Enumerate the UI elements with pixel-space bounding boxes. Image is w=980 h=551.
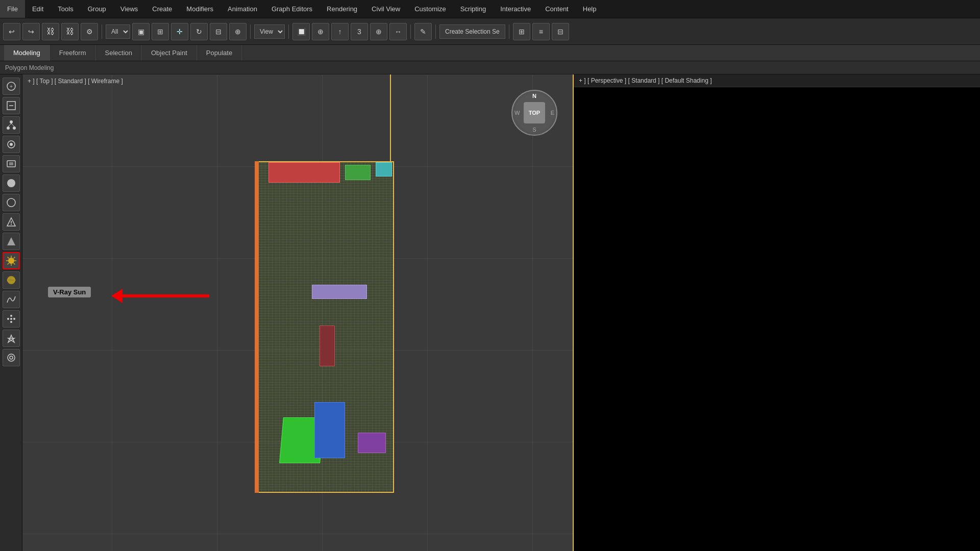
- breadcrumb: Polygon Modeling: [0, 61, 980, 74]
- subtab-selection[interactable]: Selection: [96, 45, 142, 61]
- left-sidebar: +: [0, 74, 22, 551]
- vray-sun-button[interactable]: [3, 252, 20, 269]
- compass-east: E: [551, 110, 554, 116]
- svg-point-17: [11, 224, 12, 225]
- svg-point-4: [10, 120, 13, 123]
- menu-create[interactable]: Create: [145, 0, 179, 18]
- spinner-snap-button[interactable]: 3: [351, 23, 368, 40]
- hierarchy-panel-button[interactable]: [3, 116, 20, 134]
- redo-button[interactable]: ↪: [22, 23, 40, 40]
- layer-btn3[interactable]: ⊟: [552, 23, 569, 40]
- main-layout: +: [0, 74, 980, 551]
- menu-animation[interactable]: Animation: [220, 0, 264, 18]
- menu-interactive[interactable]: Interactive: [493, 0, 538, 18]
- green-square-object: [345, 165, 371, 180]
- link-button[interactable]: ⛓: [42, 23, 59, 40]
- create-selection-button[interactable]: Create Selection Se: [439, 24, 505, 39]
- teal-square-object: [376, 162, 392, 177]
- top-viewport[interactable]: + ] [ Top ] [ Standard ] [ Wireframe ]: [22, 74, 573, 551]
- menu-tools[interactable]: Tools: [51, 0, 80, 18]
- mirror-button[interactable]: ↔: [389, 23, 407, 40]
- vray-sun-tooltip: V-Ray Sun: [48, 287, 91, 297]
- menu-help[interactable]: Help: [576, 0, 604, 18]
- purple-small-object: [358, 433, 386, 453]
- config-button[interactable]: [3, 349, 20, 366]
- svg-point-28: [7, 276, 15, 284]
- menu-file[interactable]: File: [0, 0, 25, 18]
- cone-button[interactable]: [3, 233, 20, 250]
- menu-rendering[interactable]: Rendering: [320, 0, 364, 18]
- utilities-panel-button[interactable]: [3, 174, 20, 192]
- filter-select[interactable]: All: [106, 24, 130, 39]
- svg-line-24: [7, 257, 9, 259]
- angle-snap-button[interactable]: ⊕: [312, 23, 329, 40]
- svg-point-31: [7, 318, 9, 320]
- display-panel-button[interactable]: [3, 155, 20, 172]
- helpers-button[interactable]: [3, 213, 20, 231]
- scale-btn[interactable]: ⊟: [210, 23, 227, 40]
- select-move-button[interactable]: ✛: [171, 23, 188, 40]
- menu-views[interactable]: Views: [113, 0, 145, 18]
- menu-scripting[interactable]: Scripting: [453, 0, 494, 18]
- blue-shape-object: [314, 402, 345, 458]
- svg-point-30: [10, 315, 12, 317]
- select-by-name[interactable]: ⊕: [229, 23, 247, 40]
- splines-button[interactable]: [3, 291, 20, 308]
- svg-line-27: [7, 263, 9, 265]
- subtab-freeform[interactable]: Freeform: [50, 45, 96, 61]
- compass-center: TOP: [524, 102, 545, 123]
- red-arrow: [112, 289, 209, 303]
- layer-btn2[interactable]: ≡: [532, 23, 550, 40]
- subtab-object-paint[interactable]: Object Paint: [142, 45, 197, 61]
- svg-point-5: [7, 127, 10, 130]
- subtab-modeling[interactable]: Modeling: [4, 45, 50, 61]
- systems-button[interactable]: [3, 330, 20, 347]
- undo-button[interactable]: ↩: [3, 23, 20, 40]
- breadcrumb-text: Polygon Modeling: [5, 64, 54, 71]
- percent-snap-button[interactable]: ↑: [331, 23, 349, 40]
- compass-south: S: [532, 127, 536, 133]
- sphere-button[interactable]: [3, 271, 20, 289]
- separator-4: [410, 24, 411, 39]
- svg-point-19: [8, 258, 14, 264]
- unlink-button[interactable]: ⛓: [61, 23, 79, 40]
- menu-civil-view[interactable]: Civil View: [364, 0, 407, 18]
- svg-line-7: [8, 123, 11, 127]
- compass: N S W E TOP: [511, 90, 557, 136]
- orange-line-object: [255, 161, 259, 493]
- menu-content[interactable]: Content: [538, 0, 576, 18]
- menu-graph-editors[interactable]: Graph Editors: [264, 0, 320, 18]
- snap-toggle-button[interactable]: 🔲: [292, 23, 310, 40]
- svg-marker-35: [8, 335, 14, 342]
- rotate-button[interactable]: ↻: [190, 23, 208, 40]
- menu-customize[interactable]: Customize: [407, 0, 453, 18]
- modify-panel-button[interactable]: [3, 97, 20, 114]
- viewport-area: + ] [ Top ] [ Standard ] [ Wireframe ]: [22, 74, 573, 551]
- svg-point-33: [10, 321, 12, 323]
- menu-group[interactable]: Group: [81, 0, 113, 18]
- dark-red-object: [320, 325, 335, 366]
- menu-modifiers[interactable]: Modifiers: [179, 0, 220, 18]
- render-icon-btn[interactable]: ✎: [414, 23, 432, 40]
- coord-button[interactable]: ⊕: [370, 23, 387, 40]
- motion-panel-button[interactable]: [3, 136, 20, 153]
- svg-point-32: [13, 318, 15, 320]
- svg-point-37: [10, 356, 13, 359]
- select-obj-button[interactable]: ▣: [132, 23, 150, 40]
- view-select[interactable]: View: [254, 24, 285, 39]
- floor-plan-object: [257, 161, 394, 493]
- subtab-populate[interactable]: Populate: [197, 45, 242, 61]
- menu-edit[interactable]: Edit: [25, 0, 51, 18]
- layer-btn1[interactable]: ⊞: [513, 23, 530, 40]
- particles-button[interactable]: [3, 310, 20, 328]
- scene-content: [114, 161, 390, 503]
- select-region-button[interactable]: ⊞: [152, 23, 169, 40]
- separator-6: [509, 24, 509, 39]
- bind-button[interactable]: ⚙: [81, 23, 98, 40]
- right-viewport[interactable]: [574, 87, 980, 551]
- top-viewport-label: + ] [ Top ] [ Standard ] [ Wireframe ]: [28, 78, 123, 85]
- create-panel-button[interactable]: +: [3, 78, 20, 95]
- separator-5: [435, 24, 436, 39]
- arrow-head: [111, 289, 122, 303]
- object-circle-button[interactable]: [3, 194, 20, 211]
